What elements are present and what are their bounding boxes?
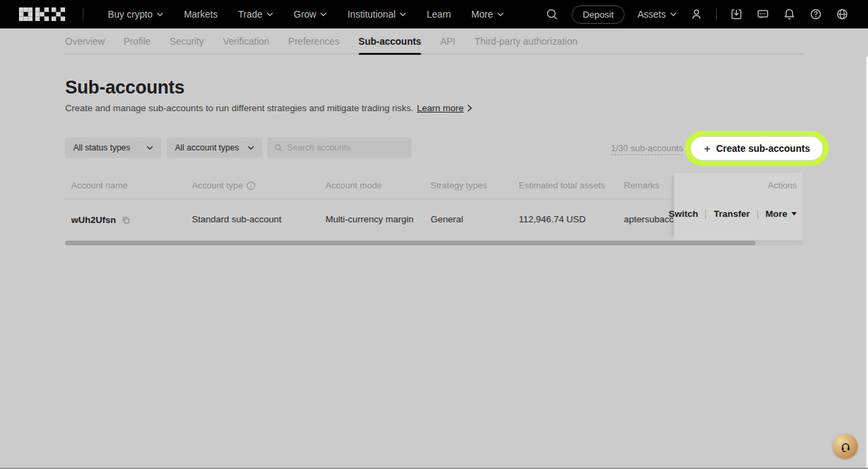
nav-item-label: Learn bbox=[427, 9, 451, 20]
table-row-remarks: aptersubacco bbox=[624, 214, 675, 224]
assets-menu[interactable]: Assets bbox=[637, 9, 677, 20]
status-filter-value: All status types bbox=[73, 143, 130, 152]
nav-item-label: Institutional bbox=[347, 9, 395, 20]
col-header-account-name: Account name bbox=[71, 180, 127, 190]
tab-api[interactable]: API bbox=[440, 28, 456, 54]
user-profile-icon[interactable] bbox=[690, 7, 703, 21]
notifications-bell-icon[interactable] bbox=[783, 7, 796, 21]
tab-verification[interactable]: Verification bbox=[223, 28, 269, 54]
nav-item-grow[interactable]: Grow bbox=[294, 9, 327, 20]
status-type-filter[interactable]: All status types bbox=[65, 138, 161, 158]
chevron-down-icon bbox=[320, 12, 327, 16]
row-actions: Switch Transfer More bbox=[669, 209, 797, 219]
chevron-right-icon bbox=[467, 104, 472, 112]
learn-more-link[interactable]: Learn more bbox=[417, 103, 464, 113]
col-header-remarks: Remarks bbox=[624, 180, 659, 190]
account-type-filter[interactable]: All account types bbox=[167, 138, 262, 158]
okx-logo[interactable] bbox=[19, 7, 65, 21]
nav-item-markets[interactable]: Markets bbox=[184, 9, 218, 20]
help-icon[interactable] bbox=[809, 7, 823, 21]
table-row-account-mode: Multi-currency margin bbox=[326, 214, 414, 224]
page-description: Create and manage sub-accounts to run di… bbox=[65, 103, 472, 113]
page-title: Sub-accounts bbox=[65, 77, 184, 98]
tab-third-party-authorization[interactable]: Third-party authorization bbox=[475, 28, 578, 54]
transfer-action[interactable]: Transfer bbox=[713, 209, 749, 219]
account-settings-page: Overview Profile Security Verification P… bbox=[0, 28, 868, 468]
nav-item-more[interactable]: More bbox=[471, 9, 504, 20]
chevron-down-icon bbox=[157, 12, 163, 16]
actions-sticky-column: Actions Switch Transfer More bbox=[673, 173, 803, 240]
navbar-right: Deposit Assets bbox=[545, 5, 849, 24]
table-row-account-name: wUh2Ufsn bbox=[71, 214, 132, 226]
assets-label: Assets bbox=[637, 9, 666, 20]
headset-icon bbox=[839, 440, 852, 453]
language-globe-icon[interactable] bbox=[835, 7, 849, 21]
tab-preferences[interactable]: Preferences bbox=[288, 28, 339, 54]
action-divider bbox=[757, 209, 758, 219]
search-icon bbox=[274, 143, 283, 152]
support-chat-button[interactable] bbox=[833, 434, 858, 459]
col-header-estimated-total-assets: Estimated total assets bbox=[519, 180, 605, 190]
nav-item-label: More bbox=[471, 9, 493, 20]
chat-icon[interactable] bbox=[756, 7, 770, 21]
account-tabs: Overview Profile Security Verification P… bbox=[65, 28, 803, 54]
download-app-icon[interactable] bbox=[730, 7, 743, 21]
col-header-label: Account type bbox=[192, 180, 243, 190]
tab-overview[interactable]: Overview bbox=[65, 28, 104, 54]
chevron-down-icon bbox=[399, 12, 406, 16]
chevron-down-icon bbox=[497, 12, 504, 16]
deposit-button[interactable]: Deposit bbox=[572, 5, 625, 24]
table-row-strategy-types: General bbox=[431, 214, 463, 224]
search-accounts-input[interactable] bbox=[288, 143, 405, 152]
info-icon[interactable] bbox=[246, 181, 256, 190]
chevron-down-icon bbox=[146, 146, 153, 150]
col-header-strategy-types: Strategy types bbox=[431, 180, 487, 190]
copy-icon[interactable] bbox=[120, 214, 132, 226]
chevron-down-icon bbox=[670, 12, 677, 16]
tab-profile[interactable]: Profile bbox=[123, 28, 151, 54]
top-navbar: Buy crypto Markets Trade Grow Institutio… bbox=[0, 0, 868, 28]
action-divider bbox=[705, 209, 706, 219]
create-button-label: Create sub-accounts bbox=[716, 143, 810, 154]
navbar-divider bbox=[716, 8, 717, 20]
description-text: Create and manage sub-accounts to run di… bbox=[65, 103, 414, 113]
col-header-account-type: Account type bbox=[192, 180, 256, 190]
plus-icon: + bbox=[704, 143, 711, 155]
search-accounts-box bbox=[267, 138, 412, 158]
create-sub-accounts-button[interactable]: + Create sub-accounts bbox=[690, 136, 823, 161]
caret-down-icon bbox=[791, 212, 797, 216]
nav-item-institutional[interactable]: Institutional bbox=[347, 9, 406, 20]
chevron-down-icon bbox=[248, 146, 254, 150]
nav-item-label: Markets bbox=[184, 9, 218, 20]
more-action-label: More bbox=[766, 209, 787, 219]
tab-sub-accounts[interactable]: Sub-accounts bbox=[359, 28, 422, 54]
switch-action[interactable]: Switch bbox=[669, 209, 698, 219]
chevron-down-icon bbox=[267, 12, 273, 16]
account-filter-value: All account types bbox=[175, 143, 239, 152]
col-header-account-mode: Account mode bbox=[326, 180, 382, 190]
nav-item-learn[interactable]: Learn bbox=[427, 9, 451, 20]
account-name-value: wUh2Ufsn bbox=[71, 215, 116, 225]
nav-item-label: Buy crypto bbox=[108, 9, 153, 20]
sub-accounts-count[interactable]: 1/30 sub-accounts bbox=[611, 143, 683, 155]
nav-item-buy-crypto[interactable]: Buy crypto bbox=[108, 9, 163, 20]
main-nav: Buy crypto Markets Trade Grow Institutio… bbox=[108, 9, 504, 20]
search-icon[interactable] bbox=[545, 7, 559, 21]
table-row-estimated-total-assets: 112,946.74 USD bbox=[519, 214, 586, 224]
nav-item-label: Trade bbox=[238, 9, 262, 20]
horizontal-scrollbar-track[interactable] bbox=[65, 241, 803, 245]
col-header-actions: Actions bbox=[768, 180, 797, 190]
table-row-account-type: Standard sub-account bbox=[192, 214, 281, 224]
navbar-divider bbox=[83, 8, 83, 20]
horizontal-scrollbar-thumb[interactable] bbox=[65, 241, 755, 245]
nav-item-label: Grow bbox=[294, 9, 316, 20]
tab-security[interactable]: Security bbox=[170, 28, 204, 54]
nav-item-trade[interactable]: Trade bbox=[238, 9, 273, 20]
highlight-ring: + Create sub-accounts bbox=[685, 131, 829, 166]
more-action[interactable]: More bbox=[766, 209, 797, 219]
